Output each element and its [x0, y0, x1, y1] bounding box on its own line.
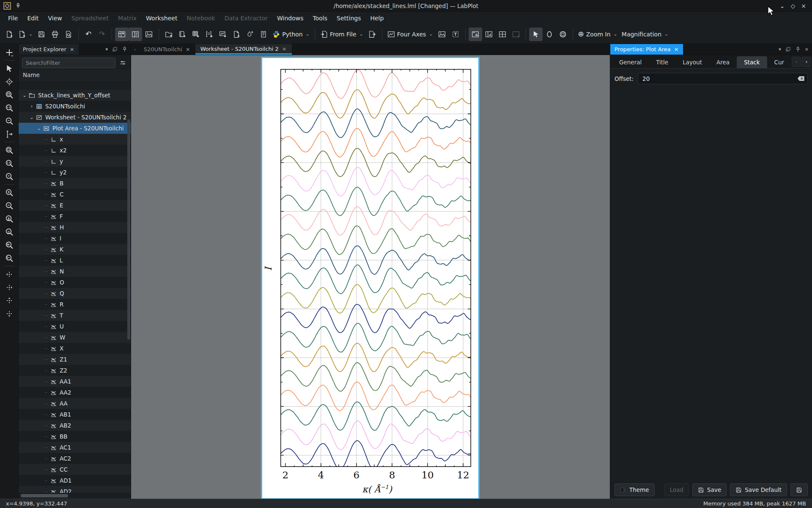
- tree-item-bb[interactable]: –BB: [19, 431, 131, 442]
- save-button[interactable]: Save: [692, 483, 727, 496]
- tree-item-b[interactable]: –B: [19, 178, 131, 189]
- cursor-line-tool[interactable]: [3, 127, 16, 141]
- tree-expander-icon[interactable]: ›: [28, 103, 35, 109]
- curve-AA1[interactable]: [280, 421, 471, 450]
- curve-Q[interactable]: [280, 265, 471, 294]
- undo-button[interactable]: ↶: [82, 28, 95, 41]
- menu-tools[interactable]: Tools: [308, 13, 332, 23]
- filter-options-icon[interactable]: [118, 58, 127, 68]
- tree-item-h[interactable]: –H: [19, 222, 131, 233]
- tree-item-n[interactable]: –N: [19, 266, 131, 277]
- new-matrix-button[interactable]: [203, 28, 216, 41]
- close-icon[interactable]: ×: [674, 46, 679, 52]
- curve-X[interactable]: [280, 362, 471, 391]
- close-tab-icon[interactable]: ×: [186, 46, 190, 52]
- tree-item-aa2[interactable]: –AA2: [19, 387, 131, 398]
- select-mode-button[interactable]: [529, 28, 543, 41]
- tree-item-worksheet-s20untsoilchi-2[interactable]: ⌄Worksheet - S20UNTsoilchi 2: [19, 112, 131, 123]
- document-tab-s20untsoilchi[interactable]: S20UNTsoilchi×: [139, 44, 195, 55]
- tabs-scroll-right-icon[interactable]: ›: [802, 57, 811, 67]
- close-tab-icon[interactable]: ×: [282, 46, 287, 52]
- properties-tab-layout[interactable]: Layout: [675, 56, 709, 68]
- tree-expander-icon[interactable]: ⌄: [36, 125, 42, 131]
- tree-item-ac1[interactable]: –AC1: [19, 442, 131, 453]
- zoom-in-tool[interactable]: [3, 186, 16, 199]
- menu-worksheet[interactable]: Worksheet: [141, 13, 182, 23]
- close-panel-icon[interactable]: ×: [805, 47, 809, 52]
- zoom-x-select-tool-2[interactable]: [3, 157, 16, 170]
- horizontal-scrollbar[interactable]: [21, 494, 68, 497]
- tree-item-plot-area-s20untsoilchi[interactable]: ⌄Plot Area - S20UNTsoilchi: [19, 123, 131, 134]
- load-button[interactable]: Load: [664, 483, 689, 496]
- new-text-label-button[interactable]: [449, 28, 462, 41]
- grid-layout-button[interactable]: [496, 28, 509, 41]
- menu-settings[interactable]: Settings: [332, 13, 365, 23]
- curve-E[interactable]: [280, 109, 471, 138]
- panel-menu-icon[interactable]: ▾: [105, 47, 108, 52]
- zoom-y-select-tool-2[interactable]: [3, 170, 16, 183]
- shift-down-tool[interactable]: [3, 307, 16, 320]
- menu-edit[interactable]: Edit: [22, 13, 43, 23]
- new-project-button[interactable]: [3, 28, 16, 41]
- float-panel-icon[interactable]: [785, 47, 791, 52]
- save-default-button[interactable]: Save Default: [730, 483, 787, 496]
- plot-area[interactable]: [280, 69, 471, 467]
- tree-expander-icon[interactable]: ⌄: [28, 114, 35, 120]
- new-image-button[interactable]: [435, 28, 449, 41]
- offset-input[interactable]: 20: [638, 73, 808, 84]
- shift-right-tool[interactable]: [3, 281, 16, 294]
- zoom-in-y-tool[interactable]: [3, 238, 16, 251]
- tree-item-aa1[interactable]: –AA1: [19, 376, 131, 387]
- clear-field-icon[interactable]: [797, 75, 805, 82]
- curve-Z2[interactable]: [280, 402, 471, 431]
- worksheet-canvas[interactable]: 24681012 κ( Å−1) I: [131, 55, 610, 499]
- properties-tab-cur[interactable]: Cur: [767, 56, 792, 68]
- toggle-properties-button[interactable]: [129, 28, 142, 41]
- tree-item-s20untsoilchi[interactable]: ›S20UNTsoilchi: [19, 101, 131, 112]
- worksheet-page[interactable]: 24681012 κ( Å−1) I: [261, 57, 480, 499]
- properties-tab-title[interactable]: Title: [649, 56, 675, 68]
- tree-item-cc[interactable]: –CC: [19, 464, 131, 475]
- curve-I[interactable]: [280, 167, 471, 196]
- tree-item-c[interactable]: –C: [19, 189, 131, 200]
- tree-item-ad1[interactable]: –AD1: [19, 475, 131, 486]
- tab-scroll-left-icon[interactable]: ‹: [131, 44, 139, 55]
- zoom-out-tool[interactable]: [3, 199, 16, 212]
- new-notebook-python-button[interactable]: Python⌄: [270, 28, 312, 41]
- close-icon[interactable]: ×: [70, 46, 74, 52]
- project-explorer-tab[interactable]: Project Explorer ×: [19, 44, 79, 55]
- tabs-scroll-left-icon[interactable]: ‹: [792, 57, 801, 67]
- new-folder-button[interactable]: [162, 28, 176, 41]
- theme-button[interactable]: Theme: [614, 483, 655, 496]
- tree-item-r[interactable]: –R: [19, 299, 131, 310]
- tree-item-k[interactable]: –K: [19, 244, 131, 255]
- zoom-select-mode-button[interactable]: [556, 28, 570, 41]
- zoom-out-x-tool[interactable]: [3, 225, 16, 238]
- break-layout-button[interactable]: [509, 28, 523, 41]
- tree-item-f[interactable]: –F: [19, 211, 131, 222]
- tree-item-i[interactable]: –I: [19, 233, 131, 244]
- curve-L[interactable]: [280, 207, 471, 235]
- tree-item-ad2[interactable]: –AD2: [19, 486, 131, 493]
- print-preview-button[interactable]: [62, 28, 75, 41]
- tree-item-ab2[interactable]: –AB2: [19, 420, 131, 431]
- tree-item-w[interactable]: –W: [19, 332, 131, 343]
- new-spreadsheet-button[interactable]: [189, 28, 203, 41]
- zoom-in-x-tool[interactable]: [3, 212, 16, 225]
- curve-B[interactable]: [280, 70, 471, 99]
- tree-item-l[interactable]: –L: [19, 255, 131, 266]
- tree-item-ac2[interactable]: –AC2: [19, 453, 131, 464]
- pin-panel-icon[interactable]: [122, 47, 127, 52]
- crosshair-tool[interactable]: [3, 75, 16, 88]
- redo-button[interactable]: ↷: [95, 28, 109, 41]
- menu-view[interactable]: View: [44, 13, 67, 23]
- pin-panel-icon[interactable]: [795, 47, 801, 52]
- curve-U[interactable]: [280, 323, 471, 352]
- curve-T[interactable]: [280, 304, 471, 333]
- new-note-button[interactable]: [230, 28, 243, 41]
- properties-tab-general[interactable]: General: [612, 56, 649, 68]
- import-from-file-button[interactable]: From File⌄: [318, 28, 365, 41]
- properties-tab-area[interactable]: Area: [709, 56, 737, 68]
- tree-item-x2[interactable]: –x2: [19, 145, 131, 156]
- new-worksheet-button[interactable]: [216, 28, 230, 41]
